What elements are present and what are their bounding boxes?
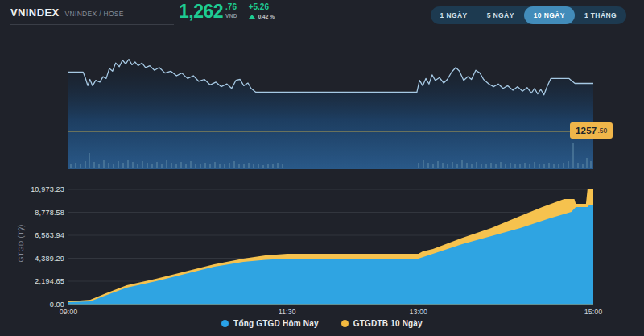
volume-bar	[466, 163, 468, 168]
volume-bar	[209, 164, 211, 168]
volume-bar	[485, 164, 487, 168]
volume-bar	[447, 164, 448, 168]
volume-bar	[539, 164, 540, 168]
volume-bar	[456, 164, 458, 168]
volume-bar	[98, 164, 100, 168]
legend-label: GTGDTB 10 Ngày	[353, 319, 423, 328]
volume-bar	[490, 163, 492, 168]
volume-bar	[534, 162, 535, 168]
volume-bar	[224, 164, 225, 168]
volume-bar	[171, 163, 172, 168]
volume-bar	[204, 163, 206, 168]
volume-bar	[258, 164, 259, 168]
volume-bar	[481, 164, 482, 168]
volume-bar	[442, 163, 444, 168]
volume-bar	[577, 163, 579, 168]
volume-bar	[229, 163, 230, 168]
volume-bar	[195, 164, 196, 168]
volume-bar	[461, 160, 463, 168]
x-tick-label: 09:00	[51, 308, 86, 316]
volume-bar	[253, 164, 254, 168]
reference-price-badge: 1257 .50	[570, 122, 613, 139]
volume-bar	[190, 161, 192, 168]
legend-label: Tổng GTGD Hôm Nay	[233, 319, 319, 328]
volume-bar	[529, 164, 530, 168]
y-tick-label: 6,583.94	[5, 231, 64, 239]
chart-legend: Tổng GTGD Hôm NayGTGDTB 10 Ngày	[0, 319, 644, 328]
volume-bar	[113, 164, 114, 168]
legend-dot-icon	[221, 320, 229, 327]
volume-bar	[127, 160, 129, 168]
volume-bar	[590, 161, 592, 168]
volume-bar	[432, 164, 434, 168]
reference-price-decimal: .50	[597, 127, 607, 135]
volume-bar	[147, 163, 148, 168]
volume-bar	[476, 162, 477, 168]
volume-bar	[93, 162, 95, 168]
x-tick-label: 15:00	[576, 308, 611, 316]
price-area-fill	[68, 60, 593, 169]
volume-bar	[248, 163, 250, 168]
volume-bar	[427, 163, 429, 168]
volume-bar	[80, 164, 81, 168]
volume-bar	[553, 164, 555, 168]
volume-bar	[514, 164, 516, 168]
volume-bar	[200, 164, 201, 168]
volume-bar	[423, 160, 424, 168]
y-tick-label: 8,778.58	[5, 209, 64, 217]
volume-bar	[103, 160, 105, 168]
legend-item[interactable]: GTGDTB 10 Ngày	[341, 319, 423, 328]
volume-bar	[243, 164, 245, 168]
legend-item[interactable]: Tổng GTGD Hôm Nay	[221, 319, 319, 328]
y-tick-label: 2,194.65	[5, 277, 64, 285]
legend-dot-icon	[341, 320, 349, 327]
volume-bar	[558, 164, 559, 168]
volume-bar	[108, 163, 109, 168]
x-tick-label: 13:00	[401, 308, 436, 316]
x-tick-label: 11:30	[270, 308, 305, 316]
volume-bar	[563, 163, 564, 168]
volume-bar	[471, 164, 473, 168]
y-tick-label: 4,389.29	[5, 255, 64, 263]
volume-bar	[582, 164, 584, 168]
volume-bar	[185, 164, 187, 168]
volume-bar	[166, 160, 167, 168]
volume-bar	[161, 164, 163, 168]
reference-price-main: 1257	[576, 126, 597, 135]
volume-bar	[156, 162, 158, 168]
volume-bar	[75, 163, 76, 168]
volume-bar	[238, 164, 240, 168]
volume-bar	[122, 163, 124, 168]
volume-bar	[70, 164, 72, 168]
vnindex-trading-widget: VNINDEX VNINDEX / HOSE 1,262 .76 VND +5.…	[0, 0, 644, 336]
volume-bar	[519, 164, 521, 168]
volume-bar	[510, 163, 511, 168]
volume-bar	[282, 164, 283, 168]
volume-bar	[548, 163, 550, 168]
volume-bar	[524, 163, 526, 168]
volume-bar	[118, 161, 119, 168]
volume-bar	[452, 162, 453, 168]
volume-bar	[262, 165, 264, 168]
volume-bar	[277, 163, 279, 168]
volume-bar	[85, 161, 86, 168]
volume-bar	[272, 164, 274, 168]
volume-bar	[543, 164, 545, 168]
volume-bar	[586, 158, 588, 168]
volume-bar	[572, 143, 574, 168]
volume-bar	[142, 161, 143, 168]
volume-bar	[214, 162, 216, 168]
charts-canvas[interactable]	[0, 0, 644, 336]
volume-bar	[137, 164, 138, 168]
volume-bar	[437, 161, 439, 168]
volume-bar	[219, 164, 221, 168]
volume-bar	[89, 153, 90, 168]
volume-bar	[233, 161, 235, 168]
volume-bar	[505, 164, 506, 168]
volume-bar	[418, 163, 419, 168]
volume-bar	[180, 162, 182, 168]
volume-bar	[151, 164, 153, 168]
volume-bar	[568, 161, 569, 168]
volume-bar	[132, 162, 134, 168]
y-tick-label: 10,973.23	[5, 185, 64, 193]
